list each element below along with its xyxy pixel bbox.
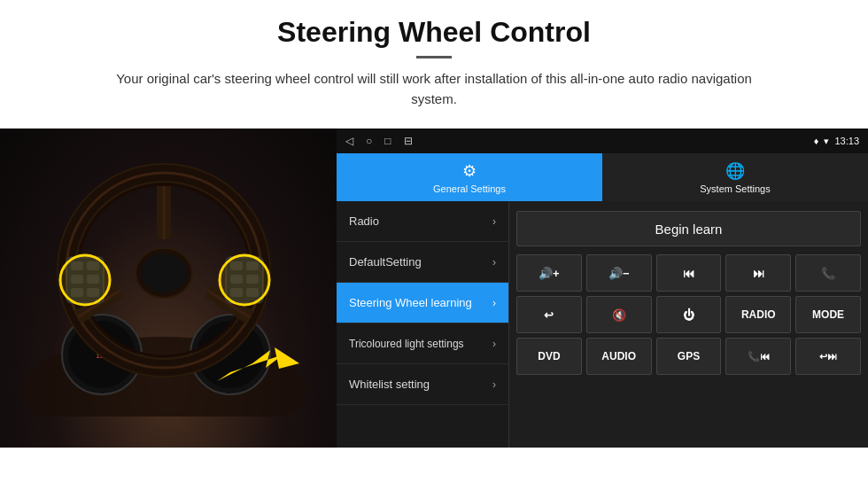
controls-row-2: ↩ 🔇 ⏻ RADIO MODE (516, 296, 861, 333)
phone-next-btn[interactable]: ↩⏭ (795, 338, 861, 375)
controls-row-1: 🔊+ 🔊− ⏮ ⏭ 📞 (516, 254, 861, 292)
general-settings-icon: ⚙ (462, 161, 477, 181)
menu-item-tricoloured[interactable]: Tricoloured light settings › (337, 323, 508, 364)
menu-item-radio[interactable]: Radio › (337, 201, 508, 242)
chevron-icon: › (492, 215, 496, 228)
mode-btn[interactable]: MODE (795, 296, 861, 333)
nav-recent-icon[interactable]: □ (384, 135, 391, 147)
next-track-btn[interactable]: ⏭ (725, 254, 791, 292)
right-panel: Begin learn 🔊+ 🔊− ⏮ ⏭ 📞 (509, 201, 868, 448)
vol-down-btn[interactable]: 🔊− (586, 254, 652, 292)
chevron-icon: › (492, 297, 496, 309)
nav-back-icon[interactable]: ◁ (345, 135, 353, 147)
steering-wheel-container: 120 (18, 142, 319, 421)
vol-up-btn[interactable]: 🔊+ (516, 254, 582, 292)
controls-row-3: DVD AUDIO GPS 📞⏮ ↩⏭ (516, 338, 861, 375)
wifi-icon: ▾ (824, 136, 829, 147)
hang-up-btn[interactable]: ↩ (516, 296, 582, 333)
dvd-btn[interactable]: DVD (516, 338, 582, 375)
page-wrapper: Steering Wheel Control Your original car… (0, 0, 868, 448)
header-divider (416, 56, 452, 58)
svg-point-32 (60, 255, 110, 305)
nav-home-icon[interactable]: ○ (366, 135, 372, 147)
begin-learn-row: Begin learn (516, 208, 861, 249)
mute-btn[interactable]: 🔇 (586, 296, 652, 333)
menu-item-whitelist[interactable]: Whitelist setting › (337, 364, 508, 405)
gps-btn[interactable]: GPS (656, 338, 722, 375)
menu-list: Radio › DefaultSetting › Steering Wheel … (337, 201, 509, 448)
system-settings-icon: 🌐 (725, 161, 745, 181)
tab-bar: ⚙ General Settings 🌐 System Settings (337, 153, 868, 201)
menu-item-default-setting[interactable]: DefaultSetting › (337, 242, 508, 283)
svg-point-33 (220, 255, 269, 305)
page-title: Steering Wheel Control (53, 16, 815, 49)
radio-btn[interactable]: RADIO (725, 296, 791, 333)
audio-btn[interactable]: AUDIO (586, 338, 652, 375)
tab-general-label: General Settings (433, 183, 506, 194)
location-icon: ♦ (814, 136, 819, 146)
main-content: 120 (0, 129, 868, 448)
controls-grid: 🔊+ 🔊− ⏮ ⏭ 📞 ↩ 🔇 ⏻ RADIO MODE (516, 254, 861, 375)
status-bar: ◁ ○ □ ⊟ ♦ ▾ 13:13 (337, 129, 868, 153)
steering-wheel-svg: 120 (18, 142, 310, 417)
chevron-icon: › (492, 338, 496, 350)
tab-system-settings[interactable]: 🌐 System Settings (602, 153, 868, 201)
svg-point-17 (141, 253, 187, 292)
chevron-icon: › (492, 378, 496, 391)
prev-track-btn[interactable]: ⏮ (656, 254, 722, 292)
tab-general-settings[interactable]: ⚙ General Settings (337, 153, 602, 201)
nav-extra-icon[interactable]: ⊟ (404, 135, 413, 147)
status-bar-nav: ◁ ○ □ ⊟ (345, 135, 413, 147)
phone-btn[interactable]: 📞 (795, 254, 861, 292)
power-btn[interactable]: ⏻ (656, 296, 722, 333)
android-ui: ◁ ○ □ ⊟ ♦ ▾ 13:13 ⚙ General Settings (337, 129, 868, 448)
page-subtitle: Your original car's steering wheel contr… (97, 69, 771, 109)
phone-prev-btn[interactable]: 📞⏮ (725, 338, 791, 375)
chevron-icon: › (492, 256, 496, 269)
content-area: Radio › DefaultSetting › Steering Wheel … (337, 201, 868, 448)
begin-learn-button[interactable]: Begin learn (516, 211, 861, 246)
car-image-area: 120 (0, 129, 337, 448)
tab-system-label: System Settings (700, 183, 770, 194)
status-bar-indicators: ♦ ▾ 13:13 (814, 136, 859, 147)
clock: 13:13 (834, 136, 859, 146)
menu-item-steering-wheel[interactable]: Steering Wheel learning › (337, 283, 508, 323)
page-header: Steering Wheel Control Your original car… (0, 0, 868, 118)
